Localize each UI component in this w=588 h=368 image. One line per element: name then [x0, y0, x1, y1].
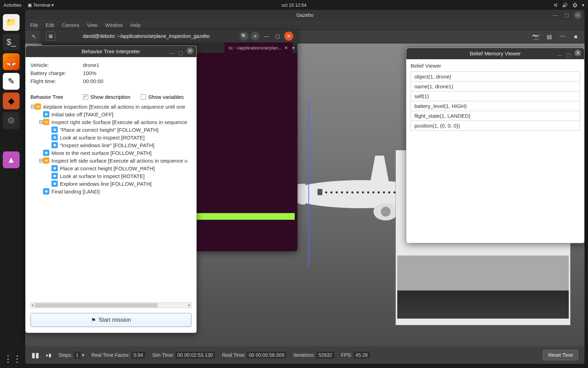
- menu-camera[interactable]: Camera: [62, 22, 79, 28]
- tree-node[interactable]: ■Place at correct height [FOLLOW_PATH]: [30, 164, 191, 172]
- select-tool-icon[interactable]: ↖: [29, 32, 39, 42]
- belief-item[interactable]: flight_state(1, LANDED): [411, 111, 580, 121]
- gnome-topbar: Activities ▣ Terminal ▾ oct 15 12:54 ⑆ 🔊…: [0, 0, 588, 10]
- z-axis-gizmo: [305, 100, 319, 275]
- svg-point-4: [325, 191, 327, 193]
- tab-dropdown-icon[interactable]: ▾: [292, 45, 295, 50]
- minimize-button[interactable]: —: [262, 32, 271, 41]
- power-icon[interactable]: ⏻: [573, 2, 577, 8]
- minimize-button[interactable]: —: [169, 47, 175, 59]
- window-title: Belief Memory Viewer — ▢ ✕: [406, 48, 584, 59]
- battery-value: 100%: [83, 70, 96, 76]
- menu-edit[interactable]: Edit: [46, 22, 54, 28]
- show-description-checkbox[interactable]: [83, 94, 88, 100]
- activities-button[interactable]: Activities: [4, 2, 21, 8]
- close-button[interactable]: ✕: [284, 32, 293, 41]
- flight-time-label: Flight time:: [30, 78, 83, 84]
- volume-icon[interactable]: 🔊: [562, 2, 568, 8]
- pause-icon[interactable]: ▮▮: [31, 351, 39, 359]
- window-title: Gazebo — ▢ ✕: [25, 10, 584, 20]
- text-editor-icon[interactable]: ✎: [3, 73, 20, 90]
- vehicle-value: drone1: [83, 62, 99, 68]
- menu-file[interactable]: File: [30, 22, 38, 28]
- tree-node[interactable]: ■"Inspect windows line" [FOLLOW_PATH]: [30, 141, 191, 149]
- show-description-label: Show description: [90, 94, 130, 100]
- svg-point-14: [378, 191, 380, 193]
- app-icon[interactable]: ◆: [3, 93, 20, 109]
- new-tab-button[interactable]: ⊞: [46, 32, 55, 41]
- belief-item[interactable]: object(1, drone): [411, 71, 580, 82]
- tree-node[interactable]: ⊟➜Airplane inspection [Execute all actio…: [30, 103, 191, 110]
- tree-node[interactable]: ■"Place at correct height" [FOLLOW_PATH]: [30, 126, 191, 134]
- belief-item[interactable]: battery_level(1, HIGH): [411, 101, 580, 111]
- files-icon[interactable]: 📁: [3, 14, 20, 31]
- minimize-button[interactable]: —: [557, 49, 562, 61]
- scrollbar[interactable]: ◂ ▸: [30, 302, 191, 308]
- behavior-tree[interactable]: ⊟➜Airplane inspection [Execute all actio…: [30, 103, 191, 301]
- maximize-button[interactable]: ▢: [178, 47, 183, 59]
- screenshot-icon[interactable]: 📷: [531, 32, 541, 42]
- settings-icon[interactable]: ⚙: [3, 112, 20, 129]
- record-icon[interactable]: ■: [570, 32, 581, 42]
- menu-window[interactable]: Window: [105, 22, 123, 28]
- firefox-icon[interactable]: 🦊: [3, 53, 20, 70]
- svg-point-11: [362, 191, 364, 193]
- belief-viewer-header: Belief Viewer: [411, 63, 580, 69]
- clock[interactable]: oct 15 12:54: [281, 2, 307, 8]
- menu-help[interactable]: Help: [130, 22, 140, 28]
- tree-node[interactable]: ■Move to the next surface [FOLLOW_PATH]: [30, 149, 191, 157]
- start-mission-button[interactable]: ⚑ Start mission: [30, 313, 191, 327]
- minimize-button[interactable]: —: [552, 11, 559, 19]
- window-title: Behavior Tree Interpreter — ▢ ✕: [26, 46, 196, 57]
- belief-item[interactable]: name(1, drone1): [411, 82, 580, 91]
- tree-node[interactable]: ■Explore windows line [FOLLOW_PATH]: [30, 180, 191, 188]
- terminal-title: david@deboto: ~/applications/airplane_in…: [55, 33, 237, 39]
- flag-icon: ⚑: [91, 317, 96, 323]
- vehicle-label: Vehicle:: [30, 62, 83, 68]
- close-button[interactable]: ✕: [574, 49, 581, 56]
- menu-view[interactable]: View: [87, 22, 97, 28]
- close-button[interactable]: ✕: [574, 11, 582, 19]
- terminal-tab[interactable]: to: ~/applications/airplan... ✕: [224, 42, 292, 53]
- reset-time-button[interactable]: Reset Time: [543, 350, 578, 360]
- search-icon[interactable]: 🔍: [239, 32, 248, 41]
- system-menu-chevron-icon[interactable]: ▾: [582, 2, 584, 8]
- tree-node[interactable]: ■Final landing [LAND]: [30, 188, 191, 195]
- maximize-button[interactable]: ▢: [273, 32, 282, 41]
- tree-node[interactable]: ■Look at surface to inspect [ROTATE]: [30, 134, 191, 141]
- log-icon[interactable]: ▤: [544, 32, 554, 42]
- belief-memory-window: Belief Memory Viewer — ▢ ✕ Belief Viewer…: [406, 48, 584, 243]
- maximize-button[interactable]: ▢: [563, 11, 570, 19]
- show-variables-label: Show variables: [148, 94, 184, 100]
- image-viewer-icon[interactable]: ▲: [3, 151, 20, 168]
- svg-point-13: [372, 191, 374, 193]
- gazebo-statusbar: ▮▮ ▸▮ Steps: 1 ▾ Real Time Factor: 0.94 …: [25, 346, 584, 364]
- svg-point-5: [330, 191, 332, 193]
- plot-icon[interactable]: 〰: [557, 32, 568, 42]
- close-button[interactable]: ✕: [187, 47, 194, 54]
- tree-node[interactable]: ⊟➜Inspect right side Surface [Execute al…: [30, 118, 191, 126]
- terminal-titlebar: ⊞ david@deboto: ~/applications/airplane_…: [42, 30, 298, 42]
- hamburger-icon[interactable]: ≡: [251, 32, 260, 41]
- belief-item[interactable]: self(1): [411, 91, 580, 101]
- svg-point-10: [357, 191, 359, 193]
- terminal-icon[interactable]: $_: [3, 34, 20, 50]
- maximize-button[interactable]: ▢: [566, 49, 571, 61]
- svg-point-15: [383, 191, 385, 193]
- svg-point-9: [351, 191, 354, 193]
- tree-node[interactable]: ■Initial take off [TAKE_OFF]: [30, 110, 191, 118]
- svg-point-12: [367, 191, 369, 193]
- svg-point-6: [336, 191, 338, 193]
- tree-node[interactable]: ⊟➜Inspect left side surface [Execute all…: [30, 157, 191, 164]
- network-icon[interactable]: ⑆: [554, 2, 557, 8]
- tree-node[interactable]: ■Look at surface to inspect [ROTATE]: [30, 172, 191, 180]
- battery-label: Battery charge:: [30, 70, 83, 76]
- show-variables-checkbox[interactable]: [141, 94, 146, 100]
- belief-item[interactable]: position(1, (0, 0, 0)): [411, 121, 580, 131]
- terminal-menu[interactable]: ▣ Terminal ▾: [28, 2, 54, 8]
- step-icon[interactable]: ▸▮: [46, 352, 51, 358]
- app-icon-2[interactable]: [3, 132, 20, 149]
- svg-point-16: [388, 191, 390, 193]
- flight-time-value: 00:00:00: [83, 78, 103, 84]
- camera-image: [397, 255, 569, 319]
